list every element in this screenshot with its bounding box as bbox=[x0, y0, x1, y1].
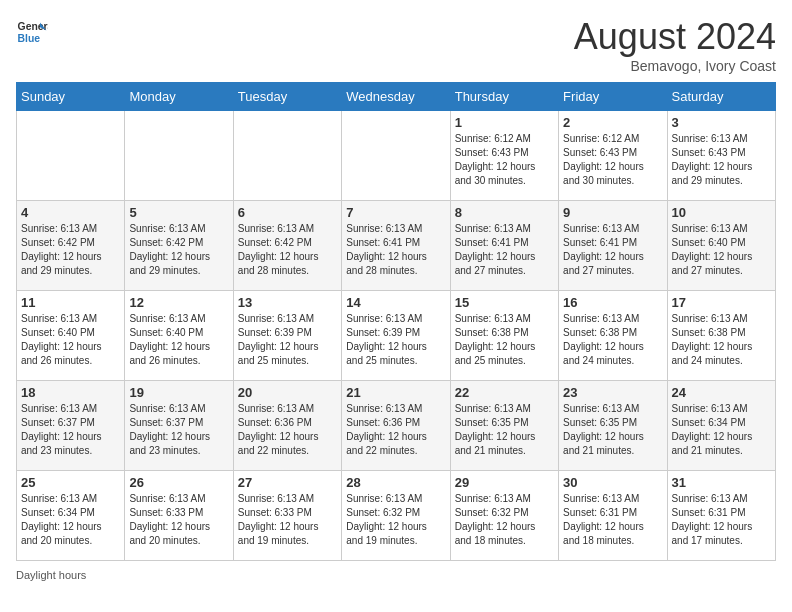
page-header: General Blue August 2024 Bemavogo, Ivory… bbox=[16, 16, 776, 74]
calendar-cell: 13Sunrise: 6:13 AMSunset: 6:39 PMDayligh… bbox=[233, 291, 341, 381]
day-info: Sunrise: 6:13 AMSunset: 6:39 PMDaylight:… bbox=[238, 312, 337, 368]
calendar-cell: 1Sunrise: 6:12 AMSunset: 6:43 PMDaylight… bbox=[450, 111, 558, 201]
day-info: Sunrise: 6:13 AMSunset: 6:42 PMDaylight:… bbox=[129, 222, 228, 278]
calendar-cell: 14Sunrise: 6:13 AMSunset: 6:39 PMDayligh… bbox=[342, 291, 450, 381]
day-info: Sunrise: 6:13 AMSunset: 6:35 PMDaylight:… bbox=[455, 402, 554, 458]
calendar-cell: 2Sunrise: 6:12 AMSunset: 6:43 PMDaylight… bbox=[559, 111, 667, 201]
calendar-body: 1Sunrise: 6:12 AMSunset: 6:43 PMDaylight… bbox=[17, 111, 776, 561]
day-of-week-header: Saturday bbox=[667, 83, 775, 111]
day-number: 28 bbox=[346, 475, 445, 490]
day-number: 7 bbox=[346, 205, 445, 220]
day-info: Sunrise: 6:13 AMSunset: 6:36 PMDaylight:… bbox=[346, 402, 445, 458]
day-number: 25 bbox=[21, 475, 120, 490]
day-number: 3 bbox=[672, 115, 771, 130]
day-info: Sunrise: 6:13 AMSunset: 6:38 PMDaylight:… bbox=[455, 312, 554, 368]
calendar-week-row: 1Sunrise: 6:12 AMSunset: 6:43 PMDaylight… bbox=[17, 111, 776, 201]
day-number: 8 bbox=[455, 205, 554, 220]
day-of-week-header: Thursday bbox=[450, 83, 558, 111]
calendar-cell: 30Sunrise: 6:13 AMSunset: 6:31 PMDayligh… bbox=[559, 471, 667, 561]
calendar-cell bbox=[233, 111, 341, 201]
calendar-cell bbox=[125, 111, 233, 201]
calendar-cell: 4Sunrise: 6:13 AMSunset: 6:42 PMDaylight… bbox=[17, 201, 125, 291]
day-number: 13 bbox=[238, 295, 337, 310]
day-number: 16 bbox=[563, 295, 662, 310]
day-of-week-header: Sunday bbox=[17, 83, 125, 111]
day-info: Sunrise: 6:13 AMSunset: 6:37 PMDaylight:… bbox=[21, 402, 120, 458]
calendar-cell: 29Sunrise: 6:13 AMSunset: 6:32 PMDayligh… bbox=[450, 471, 558, 561]
day-info: Sunrise: 6:13 AMSunset: 6:33 PMDaylight:… bbox=[129, 492, 228, 548]
day-number: 20 bbox=[238, 385, 337, 400]
day-number: 17 bbox=[672, 295, 771, 310]
day-number: 11 bbox=[21, 295, 120, 310]
day-number: 12 bbox=[129, 295, 228, 310]
calendar-cell: 22Sunrise: 6:13 AMSunset: 6:35 PMDayligh… bbox=[450, 381, 558, 471]
calendar-week-row: 18Sunrise: 6:13 AMSunset: 6:37 PMDayligh… bbox=[17, 381, 776, 471]
calendar-cell: 25Sunrise: 6:13 AMSunset: 6:34 PMDayligh… bbox=[17, 471, 125, 561]
day-number: 27 bbox=[238, 475, 337, 490]
calendar-cell: 24Sunrise: 6:13 AMSunset: 6:34 PMDayligh… bbox=[667, 381, 775, 471]
location-subtitle: Bemavogo, Ivory Coast bbox=[574, 58, 776, 74]
calendar-cell: 20Sunrise: 6:13 AMSunset: 6:36 PMDayligh… bbox=[233, 381, 341, 471]
day-info: Sunrise: 6:13 AMSunset: 6:34 PMDaylight:… bbox=[21, 492, 120, 548]
day-info: Sunrise: 6:13 AMSunset: 6:41 PMDaylight:… bbox=[455, 222, 554, 278]
day-number: 19 bbox=[129, 385, 228, 400]
calendar-cell: 6Sunrise: 6:13 AMSunset: 6:42 PMDaylight… bbox=[233, 201, 341, 291]
footer: Daylight hours bbox=[16, 569, 776, 581]
day-info: Sunrise: 6:13 AMSunset: 6:41 PMDaylight:… bbox=[346, 222, 445, 278]
day-header-row: SundayMondayTuesdayWednesdayThursdayFrid… bbox=[17, 83, 776, 111]
day-info: Sunrise: 6:13 AMSunset: 6:31 PMDaylight:… bbox=[563, 492, 662, 548]
calendar-cell: 5Sunrise: 6:13 AMSunset: 6:42 PMDaylight… bbox=[125, 201, 233, 291]
calendar-week-row: 4Sunrise: 6:13 AMSunset: 6:42 PMDaylight… bbox=[17, 201, 776, 291]
calendar-table: SundayMondayTuesdayWednesdayThursdayFrid… bbox=[16, 82, 776, 561]
day-info: Sunrise: 6:12 AMSunset: 6:43 PMDaylight:… bbox=[455, 132, 554, 188]
calendar-cell: 27Sunrise: 6:13 AMSunset: 6:33 PMDayligh… bbox=[233, 471, 341, 561]
calendar-cell: 17Sunrise: 6:13 AMSunset: 6:38 PMDayligh… bbox=[667, 291, 775, 381]
title-block: August 2024 Bemavogo, Ivory Coast bbox=[574, 16, 776, 74]
day-info: Sunrise: 6:13 AMSunset: 6:37 PMDaylight:… bbox=[129, 402, 228, 458]
day-info: Sunrise: 6:13 AMSunset: 6:40 PMDaylight:… bbox=[129, 312, 228, 368]
calendar-cell: 21Sunrise: 6:13 AMSunset: 6:36 PMDayligh… bbox=[342, 381, 450, 471]
calendar-cell: 8Sunrise: 6:13 AMSunset: 6:41 PMDaylight… bbox=[450, 201, 558, 291]
day-number: 31 bbox=[672, 475, 771, 490]
day-number: 30 bbox=[563, 475, 662, 490]
calendar-week-row: 11Sunrise: 6:13 AMSunset: 6:40 PMDayligh… bbox=[17, 291, 776, 381]
day-info: Sunrise: 6:12 AMSunset: 6:43 PMDaylight:… bbox=[563, 132, 662, 188]
day-number: 14 bbox=[346, 295, 445, 310]
calendar-cell: 11Sunrise: 6:13 AMSunset: 6:40 PMDayligh… bbox=[17, 291, 125, 381]
calendar-cell: 23Sunrise: 6:13 AMSunset: 6:35 PMDayligh… bbox=[559, 381, 667, 471]
day-number: 9 bbox=[563, 205, 662, 220]
day-number: 24 bbox=[672, 385, 771, 400]
day-number: 18 bbox=[21, 385, 120, 400]
day-number: 29 bbox=[455, 475, 554, 490]
calendar-cell: 7Sunrise: 6:13 AMSunset: 6:41 PMDaylight… bbox=[342, 201, 450, 291]
day-info: Sunrise: 6:13 AMSunset: 6:33 PMDaylight:… bbox=[238, 492, 337, 548]
day-number: 6 bbox=[238, 205, 337, 220]
calendar-cell bbox=[17, 111, 125, 201]
day-info: Sunrise: 6:13 AMSunset: 6:32 PMDaylight:… bbox=[346, 492, 445, 548]
day-number: 15 bbox=[455, 295, 554, 310]
calendar-cell: 3Sunrise: 6:13 AMSunset: 6:43 PMDaylight… bbox=[667, 111, 775, 201]
day-number: 4 bbox=[21, 205, 120, 220]
day-number: 26 bbox=[129, 475, 228, 490]
calendar-cell: 26Sunrise: 6:13 AMSunset: 6:33 PMDayligh… bbox=[125, 471, 233, 561]
day-info: Sunrise: 6:13 AMSunset: 6:42 PMDaylight:… bbox=[21, 222, 120, 278]
day-number: 21 bbox=[346, 385, 445, 400]
day-info: Sunrise: 6:13 AMSunset: 6:40 PMDaylight:… bbox=[21, 312, 120, 368]
calendar-cell: 15Sunrise: 6:13 AMSunset: 6:38 PMDayligh… bbox=[450, 291, 558, 381]
calendar-cell bbox=[342, 111, 450, 201]
day-of-week-header: Monday bbox=[125, 83, 233, 111]
day-info: Sunrise: 6:13 AMSunset: 6:34 PMDaylight:… bbox=[672, 402, 771, 458]
day-info: Sunrise: 6:13 AMSunset: 6:38 PMDaylight:… bbox=[563, 312, 662, 368]
day-info: Sunrise: 6:13 AMSunset: 6:32 PMDaylight:… bbox=[455, 492, 554, 548]
day-number: 5 bbox=[129, 205, 228, 220]
day-info: Sunrise: 6:13 AMSunset: 6:38 PMDaylight:… bbox=[672, 312, 771, 368]
logo-icon: General Blue bbox=[16, 16, 48, 48]
day-number: 23 bbox=[563, 385, 662, 400]
day-info: Sunrise: 6:13 AMSunset: 6:35 PMDaylight:… bbox=[563, 402, 662, 458]
day-number: 22 bbox=[455, 385, 554, 400]
day-info: Sunrise: 6:13 AMSunset: 6:41 PMDaylight:… bbox=[563, 222, 662, 278]
day-info: Sunrise: 6:13 AMSunset: 6:40 PMDaylight:… bbox=[672, 222, 771, 278]
calendar-cell: 10Sunrise: 6:13 AMSunset: 6:40 PMDayligh… bbox=[667, 201, 775, 291]
calendar-cell: 16Sunrise: 6:13 AMSunset: 6:38 PMDayligh… bbox=[559, 291, 667, 381]
day-info: Sunrise: 6:13 AMSunset: 6:31 PMDaylight:… bbox=[672, 492, 771, 548]
